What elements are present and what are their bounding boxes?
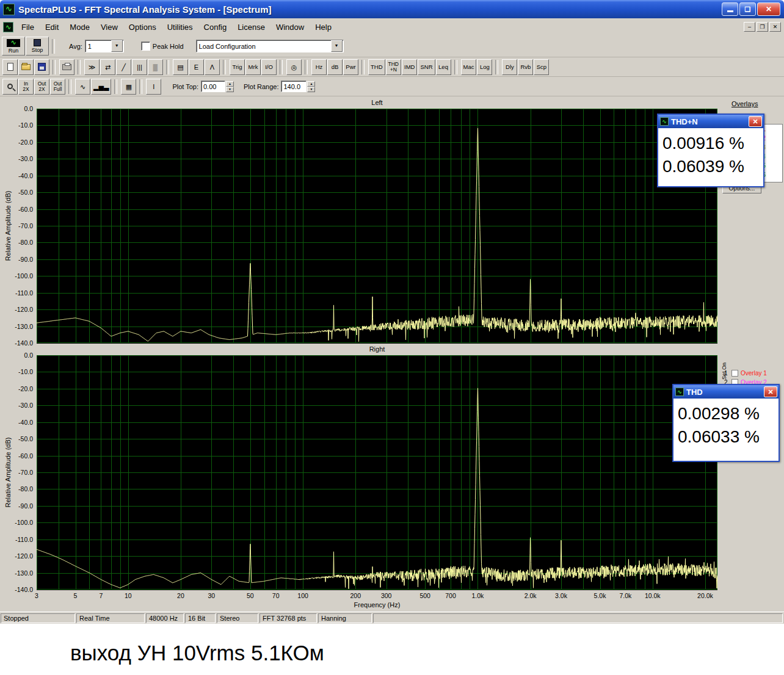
table-icon: ▤ bbox=[177, 63, 183, 71]
delay-button[interactable]: Dly bbox=[502, 59, 517, 75]
save-button[interactable] bbox=[34, 59, 49, 75]
slope-icon: ╱ bbox=[122, 63, 126, 71]
generator-button[interactable]: ◎ bbox=[286, 59, 302, 75]
leq-button[interactable]: Leq bbox=[436, 59, 451, 75]
title-bar[interactable]: SpectraPLUS - FFT Spectral Analysis Syst… bbox=[0, 0, 784, 18]
thd-button[interactable]: THD bbox=[368, 59, 385, 75]
menu-edit[interactable]: Edit bbox=[40, 18, 64, 35]
menu-view[interactable]: View bbox=[95, 18, 123, 35]
spectrogram-button[interactable]: ▒ bbox=[148, 59, 163, 75]
comb-filter-button[interactable]: ||| bbox=[132, 59, 147, 75]
open-file-button[interactable] bbox=[18, 59, 34, 75]
db-button[interactable]: dB bbox=[327, 59, 343, 75]
peak-marker-button[interactable]: Λ bbox=[205, 59, 220, 75]
plot-range-down-icon[interactable] bbox=[307, 87, 315, 92]
right-channel-label: Right bbox=[37, 345, 717, 353]
log-button[interactable]: Log bbox=[477, 59, 492, 75]
thdn-close-icon[interactable] bbox=[749, 116, 762, 127]
avg-combo-arrow-icon[interactable] bbox=[111, 40, 123, 52]
x-tick-label: 1.0k bbox=[471, 592, 484, 599]
marker-button[interactable]: Mrk bbox=[245, 59, 261, 75]
macro-button[interactable]: Mac bbox=[461, 59, 477, 75]
imd-button[interactable]: IMD bbox=[402, 59, 417, 75]
transfer-function-button[interactable]: ⇄ bbox=[100, 59, 115, 75]
plot-top-up-icon[interactable] bbox=[226, 81, 234, 87]
zoom-button[interactable] bbox=[2, 79, 18, 95]
menu-mode[interactable]: Mode bbox=[64, 18, 95, 35]
io-button[interactable]: I/O bbox=[261, 59, 277, 75]
x-tick-label: 10.0k bbox=[645, 592, 661, 599]
separator bbox=[52, 39, 55, 54]
avg-combo[interactable]: 1 bbox=[85, 40, 124, 52]
x-tick-label: 500 bbox=[419, 592, 430, 599]
restore-button[interactable] bbox=[739, 2, 756, 16]
zoom-out-2x-button[interactable]: Out2X bbox=[34, 79, 49, 95]
close-button[interactable] bbox=[757, 2, 780, 16]
plot-top-field[interactable]: 0.00 bbox=[201, 81, 225, 92]
mdi-restore-button[interactable]: ❐ bbox=[757, 22, 768, 32]
thd-window-titlebar[interactable]: THD bbox=[673, 385, 779, 399]
menu-window[interactable]: Window bbox=[270, 18, 310, 35]
minimize-button[interactable] bbox=[722, 2, 738, 16]
fast-forward-button[interactable]: ≫ bbox=[84, 59, 100, 75]
zoom-out-full-button[interactable]: OutFull bbox=[50, 79, 65, 95]
plot-top-down-icon[interactable] bbox=[226, 87, 234, 92]
menu-utilities[interactable]: Utilities bbox=[162, 18, 198, 35]
thdn-window-title: THD+N bbox=[671, 117, 749, 126]
thdn-value-left: 0.00916 % bbox=[662, 132, 761, 155]
new-file-button[interactable] bbox=[2, 59, 18, 75]
menu-config[interactable]: Config bbox=[198, 18, 233, 35]
trigger-button[interactable]: Trig bbox=[230, 59, 245, 75]
plot-range-label: Plot Range: bbox=[244, 83, 278, 90]
scope-button[interactable]: Scp bbox=[534, 59, 549, 75]
thdn-button[interactable]: THD+N bbox=[386, 59, 401, 75]
snr-button[interactable]: SNR bbox=[418, 59, 435, 75]
overlay-checkbox[interactable] bbox=[731, 370, 738, 377]
menu-options[interactable]: Options bbox=[123, 18, 162, 35]
pwr-button[interactable]: Pwr bbox=[343, 59, 358, 75]
y-tick-label: -10.0 bbox=[1, 121, 33, 129]
y-tick-label: -130.0 bbox=[1, 323, 33, 330]
app-icon bbox=[3, 4, 15, 15]
menu-license[interactable]: License bbox=[232, 18, 270, 35]
histogram-button[interactable]: ▂▅▃ bbox=[91, 79, 111, 95]
thdn-window[interactable]: THD+N 0.00916 % 0.06039 % bbox=[657, 114, 764, 187]
plot-range-up-icon[interactable] bbox=[307, 81, 315, 87]
y-tick-label: -110.0 bbox=[1, 289, 33, 297]
slope-button[interactable]: ╱ bbox=[116, 59, 131, 75]
mdi-close-button[interactable]: ✕ bbox=[769, 22, 781, 32]
transfer-icon: ⇄ bbox=[105, 63, 111, 71]
load-configuration-arrow-icon[interactable] bbox=[331, 40, 343, 52]
zoom-in-2x-button[interactable]: In2X bbox=[18, 79, 34, 95]
spectrum-plot-right[interactable] bbox=[37, 355, 717, 590]
thd-close-icon[interactable] bbox=[764, 386, 777, 397]
stop-button[interactable]: Stop bbox=[26, 37, 49, 56]
energy-button[interactable]: E bbox=[189, 59, 204, 75]
data-table-button[interactable]: ▤ bbox=[173, 59, 188, 75]
plot-range-field[interactable]: 140.0 bbox=[281, 81, 307, 92]
mdi-minimize-button[interactable]: – bbox=[744, 22, 755, 32]
overlays-link[interactable]: Overlays bbox=[731, 100, 758, 107]
spectrum-plot-left[interactable] bbox=[37, 109, 717, 344]
thd-window[interactable]: THD 0.00298 % 0.06033 % bbox=[672, 384, 780, 462]
separator bbox=[454, 60, 457, 74]
print-button[interactable] bbox=[59, 59, 74, 75]
peak-hold-checkbox[interactable] bbox=[141, 42, 150, 51]
menu-help[interactable]: Help bbox=[310, 18, 337, 35]
run-button[interactable]: Run bbox=[2, 37, 25, 56]
hz-button[interactable]: Hz bbox=[311, 59, 327, 75]
menu-file[interactable]: File bbox=[16, 18, 40, 35]
status-cell: Stopped bbox=[1, 613, 75, 623]
plot-range-spinner[interactable] bbox=[307, 81, 315, 92]
cursor-button[interactable]: I bbox=[146, 79, 161, 95]
x-tick-label: 200 bbox=[350, 592, 361, 599]
y-tick-label: -30.0 bbox=[1, 155, 33, 162]
grid-options-button[interactable]: ▦ bbox=[121, 79, 136, 95]
reverb-button[interactable]: Rvb bbox=[518, 59, 533, 75]
caption-text: выход УН 10Vrms 5.1КОм bbox=[70, 641, 324, 665]
plot-top-spinner[interactable] bbox=[226, 81, 234, 92]
amplitude-scale-button[interactable]: ∿ bbox=[75, 79, 90, 95]
y-axis-label-left: Relative Amplitude (dB) bbox=[4, 191, 12, 261]
load-configuration-combo[interactable]: Load Configuration bbox=[196, 40, 344, 52]
thdn-window-titlebar[interactable]: THD+N bbox=[658, 115, 763, 128]
